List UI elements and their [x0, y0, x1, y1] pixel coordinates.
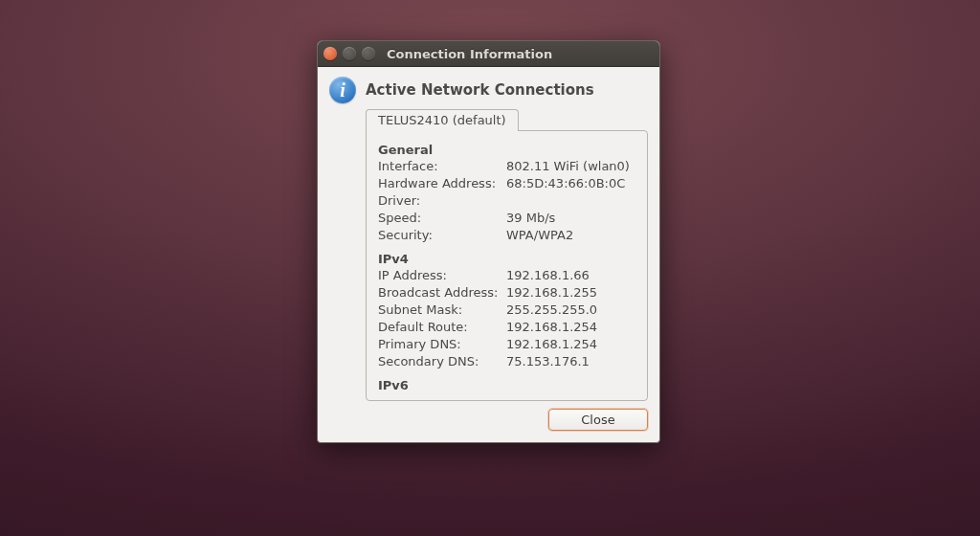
notebook: TELUS2410 (default) General Interface: 8… — [366, 109, 648, 401]
label-subnet: Subnet Mask: — [378, 302, 502, 317]
dialog-body: i Active Network Connections TELUS2410 (… — [318, 67, 659, 442]
label-ip: IP Address: — [378, 268, 502, 282]
titlebar[interactable]: Connection Information — [318, 41, 659, 67]
label-hwaddr: Hardware Address: — [378, 176, 502, 190]
window-title: Connection Information — [387, 47, 552, 61]
connection-info-window: Connection Information i Active Network … — [317, 40, 660, 443]
section-ipv4-title: IPv4 — [378, 248, 635, 268]
label-primary-dns: Primary DNS: — [378, 337, 502, 351]
label-secondary-dns: Secondary DNS: — [378, 354, 502, 368]
label-driver: Driver: — [378, 193, 502, 208]
value-speed: 39 Mb/s — [506, 211, 635, 225]
tab-connection[interactable]: TELUS2410 (default) — [366, 109, 519, 131]
window-close-icon[interactable] — [323, 47, 337, 60]
close-button[interactable]: Close — [548, 409, 648, 431]
section-general-title: General — [378, 139, 635, 159]
window-maximize-icon[interactable] — [362, 47, 375, 60]
value-hwaddr: 68:5D:43:66:0B:0C — [506, 176, 635, 190]
label-speed: Speed: — [378, 211, 502, 225]
label-broadcast: Broadcast Address: — [378, 285, 502, 300]
value-security: WPA/WPA2 — [506, 228, 635, 242]
value-broadcast: 192.168.1.255 — [506, 285, 635, 300]
value-subnet: 255.255.255.0 — [506, 302, 635, 317]
value-secondary-dns: 75.153.176.1 — [506, 354, 635, 368]
window-minimize-icon[interactable] — [343, 47, 356, 60]
desktop-background: Connection Information i Active Network … — [0, 0, 980, 536]
label-route: Default Route: — [378, 320, 502, 334]
tab-panel: General Interface: 802.11 WiFi (wlan0) H… — [366, 130, 648, 401]
label-interface: Interface: — [378, 159, 502, 173]
value-ip: 192.168.1.66 — [506, 268, 635, 282]
section-general: Interface: 802.11 WiFi (wlan0) Hardware … — [378, 159, 635, 248]
section-ipv6-title: IPv6 — [378, 374, 635, 394]
label-security: Security: — [378, 228, 502, 242]
value-driver — [506, 193, 635, 208]
value-interface: 802.11 WiFi (wlan0) — [506, 159, 635, 173]
dialog-heading: Active Network Connections — [366, 81, 594, 99]
info-icon: i — [329, 77, 356, 103]
button-row: Close — [329, 409, 648, 431]
value-primary-dns: 192.168.1.254 — [506, 337, 635, 351]
value-route: 192.168.1.254 — [506, 320, 635, 334]
section-ipv4: IP Address: 192.168.1.66 Broadcast Addre… — [378, 268, 635, 374]
